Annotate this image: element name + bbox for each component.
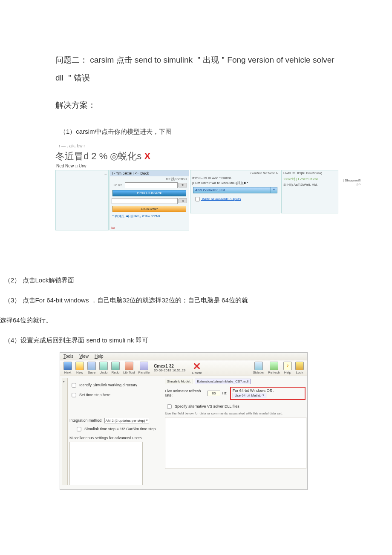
write-outputs-link[interactable]: Write all available outputs xyxy=(190,194,280,204)
misc-label: Miscellaneous settings for advanced user… xyxy=(69,436,163,440)
right-line-2: |Hum NsI*l i^wd tv SiabuMII□|川血■ * xyxy=(190,181,280,186)
simulink-model-label: Simulink Model: xyxy=(165,379,193,384)
subline-left: Ned New □ Urw xyxy=(56,164,86,168)
cmex-info: Cmex1 32 05-09-2018 10:51:29 xyxy=(151,364,188,372)
alt-dll-checkbox[interactable] xyxy=(167,404,171,408)
step-3-cont: 选择64位的就行。 xyxy=(0,316,392,325)
cmex-timestamp: 05-09-2018 10:51:29 xyxy=(154,368,185,372)
chevron-down-icon: ▾ xyxy=(146,419,148,422)
step-3: （3） 点击For 64-bit windows ，自己电脑32位的就选择32位… xyxy=(4,296,392,305)
menu-view[interactable]: View xyxy=(79,354,89,359)
deco-text: 冬近冒d 2 % ◎蜕化s xyxy=(55,150,141,163)
delete-button[interactable]: Delete xyxy=(188,361,206,375)
pane-middle: I · Tm p■□■ I <= Deck teit 跳nhntIBU Ire … xyxy=(110,170,189,230)
cmex-title: Cmex1 32 xyxy=(154,364,185,368)
step-4: （4）设置完成后回到主界面 send to simuli nk 即可 xyxy=(4,336,392,345)
simulink-step-checkbox[interactable] xyxy=(77,427,81,431)
os-label: For 64-bit Windows OS : xyxy=(233,388,274,393)
simulink-model-row: Simulink Model: Extensions\simulink\abs_… xyxy=(165,378,306,385)
mid-unit-1: Tl xyxy=(179,183,187,187)
pane-tree: … xyxy=(55,170,109,230)
sidebar-button[interactable]: Sidebar xyxy=(251,362,266,374)
mid-button-blue[interactable]: DClsl HiHhb4Ck xyxy=(112,190,186,196)
far-line-2: ☆rw7时 | L-'Ser^ufl call xyxy=(282,176,338,182)
refresh-button[interactable]: Refresh xyxy=(266,362,282,374)
arrow-icon xyxy=(63,362,72,370)
refresh-icon xyxy=(270,362,278,370)
close-icon: X xyxy=(144,151,150,162)
identify-dir-row: Identify Simulink working directory xyxy=(69,380,163,390)
identify-dir-checkbox[interactable] xyxy=(72,383,76,387)
os-select-value: Use 64-bit Matlab xyxy=(235,394,262,397)
memo-textarea[interactable] xyxy=(165,417,306,469)
pane-far-right: HwhUMi IPijRI hvuIftcma) ☆rw7时 | L-'Ser^… xyxy=(281,170,338,213)
new-button[interactable]: New xyxy=(74,362,86,374)
parsfile-button[interactable]: Parsfile xyxy=(136,362,151,374)
right-pane: Simulink Model: Extensions\simulink\abs_… xyxy=(165,378,306,485)
chevron-down-icon: ▾ xyxy=(262,394,264,397)
lock-button[interactable]: Lock xyxy=(294,362,306,374)
identify-dir-label: Identify Simulink working directory xyxy=(79,383,137,387)
mid-button-orange[interactable]: DIC&12fIk* xyxy=(112,206,186,212)
step-2: （2） 点击Lock解锁界面 xyxy=(4,276,392,285)
menu-help[interactable]: Help xyxy=(95,354,104,359)
alt-dll-row: Specify alternative VS solver DLL files xyxy=(165,402,306,411)
integration-label: Integration method: xyxy=(69,418,103,423)
animator-label: Live animator refresh rate: xyxy=(165,389,206,397)
alt-dll-label: Specify alternative VS solver DLL files xyxy=(175,404,239,408)
animator-row: Live animator refresh rate: 80 Hz For 64… xyxy=(165,385,306,402)
save-button[interactable]: Save xyxy=(86,362,98,374)
abs-controller-dropdown[interactable]: ABS Controller_test ▾ xyxy=(193,187,277,193)
mid-corner: isu xyxy=(111,226,115,229)
step-1: （1）carsim中点击你的模型进去，下图 xyxy=(60,128,337,136)
os-select[interactable]: Use 64-bit Matlab ▾ xyxy=(233,393,267,398)
problem-title: 问题二： carsim 点击 send to simulink ＂出现＂Fong… xyxy=(55,51,337,87)
next-button[interactable]: Next xyxy=(62,362,74,374)
new-icon xyxy=(75,362,84,370)
write-outputs-checkbox[interactable] xyxy=(195,197,199,201)
integration-select[interactable]: AM-2 (2 updates per step) ▾ xyxy=(104,418,149,423)
mid-field-1[interactable] xyxy=(125,182,178,188)
menu-tools[interactable]: TToolsools xyxy=(63,354,73,359)
mid-footnote: 二t白冲页, ■日月dicn」0' lhw JCl*Mii xyxy=(110,213,189,219)
far-line-4: | Sfrcwmoifl ph xyxy=(339,178,362,230)
left-pane: Identify Simulink working directory Set … xyxy=(69,378,163,485)
solution-heading: 解决方案： xyxy=(55,100,337,111)
undo-button[interactable]: Undo xyxy=(98,362,110,374)
help-button[interactable]: ?Help xyxy=(282,362,294,374)
screenshot-1: 冬近冒d 2 % ◎蜕化s X Ned New □ Urw … I · Tm p… xyxy=(55,150,362,230)
right-italic: Lumbar ReT-esr H xyxy=(190,170,280,176)
pane-right: Lumbar ReT-esr H If'Im IL-Mi Id wAh *irl… xyxy=(190,170,280,213)
right-line-1: If'Im IL-Mi Id wAh *irliubnt. xyxy=(190,176,280,181)
redo-button[interactable]: Redo xyxy=(110,362,121,374)
far-line-1: HwhUMi IPijRI hvuIftcma) xyxy=(282,170,338,176)
simulink-model-value[interactable]: Extensions\simulink\abs_CS7.mdl xyxy=(195,379,251,384)
parsfile-icon xyxy=(140,362,148,370)
libtool-button[interactable]: Lib Tool xyxy=(121,362,136,374)
screenshot-2: TToolsools View Help Next New Save Undo … xyxy=(60,352,308,490)
sidebar-icon xyxy=(254,362,263,370)
mid-row-label: Ire Ir£ xyxy=(112,183,124,187)
menubar: TToolsools View Help xyxy=(60,353,307,360)
mid-sublabel: teit 跳nhntIBU xyxy=(110,176,189,182)
help-icon: ? xyxy=(283,362,292,370)
animator-rate-input[interactable]: 80 xyxy=(208,391,220,396)
save-icon xyxy=(87,362,96,370)
toolbar: Next New Save Undo Redo Lib Tool Parsfil… xyxy=(60,360,307,376)
far-line-3: Si HI!) AaTiJkWrti. Hkl. xyxy=(282,182,319,187)
small-caption: r — . aik. bw r xyxy=(59,144,337,148)
set-timestep-label: Set time step here xyxy=(79,393,110,397)
write-outputs-label: Write all available outputs xyxy=(202,197,241,201)
delete-icon xyxy=(192,361,202,371)
misc-settings-box[interactable] xyxy=(69,442,143,485)
set-timestep-checkbox[interactable] xyxy=(72,393,76,397)
animator-unit: Hz xyxy=(222,391,227,395)
redo-icon xyxy=(111,362,120,370)
os-selector-highlight: For 64-bit Windows OS : Use 64-bit Matla… xyxy=(230,387,306,400)
abs-controller-label: ABS Controller_test xyxy=(193,187,271,193)
undo-icon xyxy=(99,362,108,370)
sidebar-collapsed[interactable] xyxy=(62,378,68,485)
chevron-down-icon: ▾ xyxy=(271,187,277,193)
mid-field-2[interactable] xyxy=(112,198,178,204)
integration-row: Integration method: AM-2 (2 updates per … xyxy=(69,417,163,424)
